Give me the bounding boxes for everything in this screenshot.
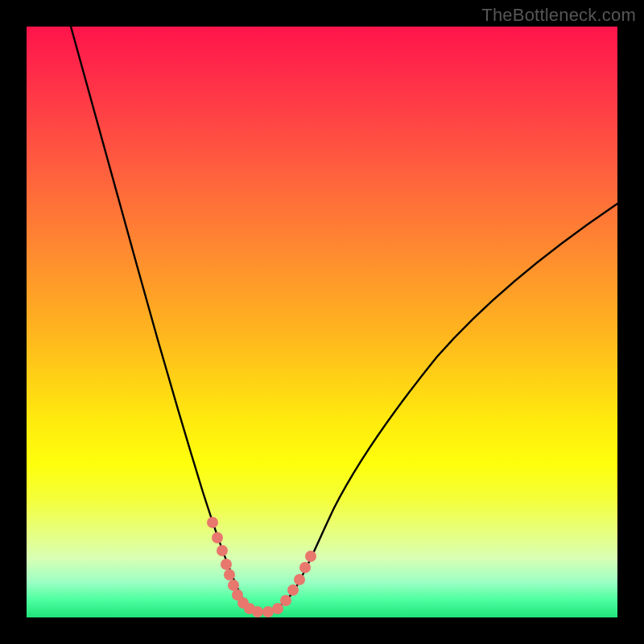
svg-point-5 [228,580,239,591]
svg-point-0 [207,517,218,528]
svg-point-3 [221,559,232,570]
svg-point-16 [305,551,316,562]
valley-markers [207,517,316,617]
svg-point-11 [272,603,283,614]
svg-point-12 [280,595,291,606]
chart-frame: TheBottleneck.com [0,0,644,644]
curve-right-branch [264,204,617,613]
svg-point-9 [252,606,263,617]
svg-point-10 [262,606,274,617]
svg-point-2 [217,545,228,556]
curve-left-branch [71,27,264,613]
svg-point-13 [287,584,299,596]
svg-point-4 [224,569,235,580]
svg-point-14 [294,574,305,585]
svg-point-1 [212,532,223,543]
watermark-text: TheBottleneck.com [481,5,636,26]
plot-area [27,27,617,617]
svg-point-15 [299,562,311,573]
curves-svg [27,27,617,617]
